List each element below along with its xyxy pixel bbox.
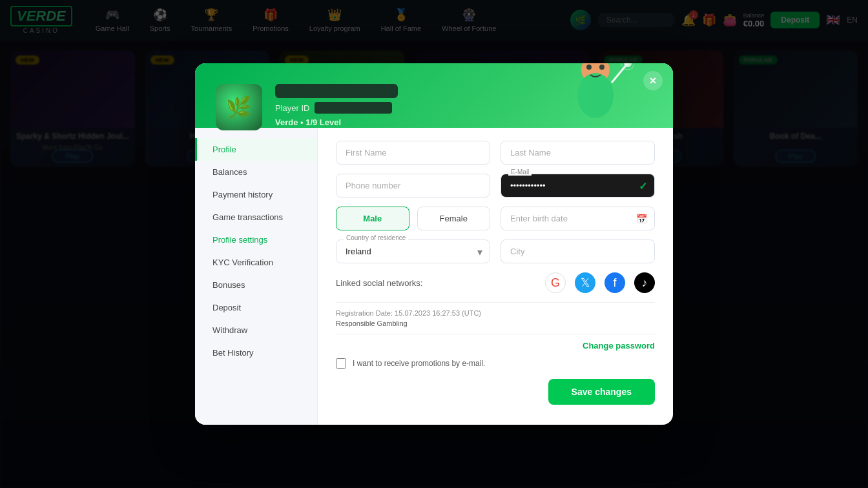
phone-email-row: E-Mail ✓ bbox=[336, 174, 655, 198]
sidebar-item-game-transactions[interactable]: Game transactions bbox=[195, 206, 317, 229]
change-password-link[interactable]: Change password bbox=[336, 341, 655, 351]
registration-date: Registration Date: 15.07.2023 16:27:53 (… bbox=[336, 309, 655, 317]
username-bar bbox=[275, 84, 398, 98]
country-field: Country of residence Ireland bbox=[336, 239, 490, 263]
responsible-gambling-link[interactable]: Responsible Gambling bbox=[336, 320, 655, 327]
city-input[interactable] bbox=[501, 239, 655, 263]
twitter-social-button[interactable]: 𝕏 bbox=[575, 272, 595, 293]
first-name-input[interactable] bbox=[336, 141, 490, 165]
divider-1 bbox=[336, 302, 655, 303]
country-city-row: Country of residence Ireland bbox=[336, 239, 655, 263]
player-id-value bbox=[315, 102, 392, 114]
facebook-social-button[interactable]: f bbox=[604, 272, 625, 293]
player-id-label: Player ID bbox=[275, 103, 309, 113]
svg-point-3 bbox=[599, 65, 604, 70]
social-label: Linked social networks: bbox=[336, 278, 536, 288]
gender-male-button[interactable]: Male bbox=[336, 207, 409, 230]
city-field bbox=[501, 239, 655, 263]
phone-field bbox=[336, 174, 490, 198]
promo-row: I want to receive promotions by e-mail. bbox=[336, 358, 655, 369]
calendar-icon: 📅 bbox=[636, 214, 647, 224]
sidebar-item-bonuses[interactable]: Bonuses bbox=[195, 274, 317, 296]
modal-mascot bbox=[557, 63, 634, 128]
avatar-image: 🌿 bbox=[216, 84, 262, 130]
divider-2 bbox=[336, 334, 655, 334]
email-label: E-Mail bbox=[508, 168, 532, 176]
email-field: E-Mail ✓ bbox=[501, 174, 655, 198]
last-name-field bbox=[501, 141, 655, 165]
last-name-input[interactable] bbox=[501, 141, 655, 165]
first-name-field bbox=[336, 141, 490, 165]
sidebar-item-profile-settings[interactable]: Profile settings bbox=[195, 229, 317, 251]
sidebar-item-bet-history[interactable]: Bet History bbox=[195, 341, 317, 364]
sidebar-item-kyc[interactable]: KYC Verification bbox=[195, 251, 317, 274]
profile-form: E-Mail ✓ Male Female 📅 bbox=[318, 128, 673, 425]
promo-checkbox[interactable] bbox=[336, 358, 346, 369]
gender-birth-row: Male Female 📅 bbox=[336, 207, 655, 230]
sidebar-item-deposit[interactable]: Deposit bbox=[195, 296, 317, 319]
social-row: Linked social networks: G 𝕏 f ♪ bbox=[336, 272, 655, 293]
country-label: Country of residence bbox=[344, 234, 408, 241]
email-check-icon: ✓ bbox=[639, 179, 647, 192]
svg-point-2 bbox=[586, 65, 592, 70]
promo-label: I want to receive promotions by e-mail. bbox=[353, 359, 485, 368]
modal-header: 🌿 Player ID Verde • 1/9 Level bbox=[195, 63, 673, 128]
sidebar-item-payment-history[interactable]: Payment history bbox=[195, 183, 317, 206]
save-changes-button[interactable]: Save changes bbox=[548, 379, 655, 405]
birth-date-input[interactable] bbox=[501, 207, 655, 230]
modal-close-button[interactable]: × bbox=[643, 71, 663, 90]
modal-sidebar: Profile Balances Payment history Game tr… bbox=[195, 128, 318, 425]
modal-overlay: 🌿 Player ID Verde • 1/9 Level bbox=[0, 0, 868, 488]
email-input[interactable] bbox=[501, 174, 655, 198]
sidebar-item-withdraw[interactable]: Withdraw bbox=[195, 319, 317, 341]
google-social-button[interactable]: G bbox=[545, 272, 566, 293]
tiktok-social-button[interactable]: ♪ bbox=[634, 272, 655, 293]
gender-section: Male Female bbox=[336, 207, 490, 230]
modal-body: Profile Balances Payment history Game tr… bbox=[195, 128, 673, 425]
svg-point-1 bbox=[577, 73, 614, 118]
birth-date-field: 📅 bbox=[501, 207, 655, 230]
profile-modal: 🌿 Player ID Verde • 1/9 Level bbox=[195, 63, 673, 425]
sidebar-item-profile[interactable]: Profile bbox=[195, 138, 317, 161]
gender-female-button[interactable]: Female bbox=[417, 207, 491, 230]
sidebar-item-balances[interactable]: Balances bbox=[195, 161, 317, 183]
user-info: Player ID Verde • 1/9 Level bbox=[275, 79, 398, 127]
modal-avatar: 🌿 bbox=[216, 84, 262, 130]
country-select[interactable]: Ireland bbox=[336, 239, 490, 263]
phone-input[interactable] bbox=[336, 174, 490, 198]
player-level: Verde • 1/9 Level bbox=[275, 117, 398, 127]
player-id-row: Player ID bbox=[275, 102, 398, 114]
name-row bbox=[336, 141, 655, 165]
